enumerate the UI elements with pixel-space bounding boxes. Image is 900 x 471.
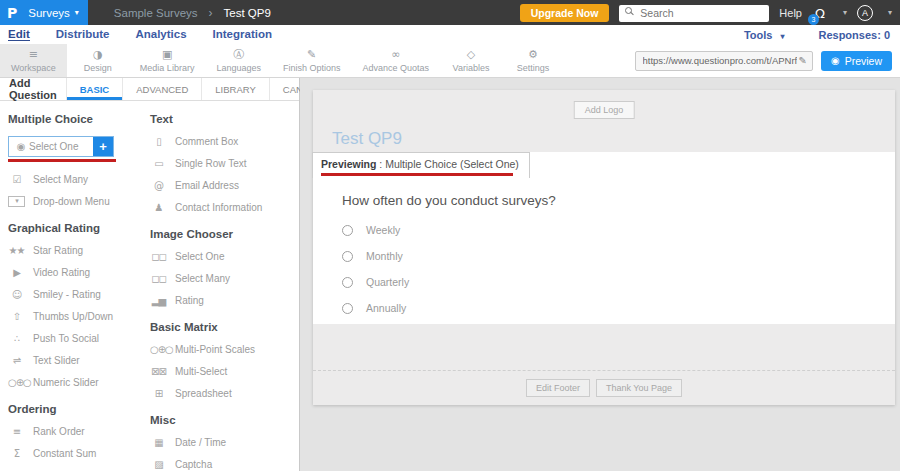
sigma-icon: Σ <box>8 448 25 459</box>
question-type-comment-box[interactable]: ▯ Comment Box <box>150 136 299 147</box>
section-text: Text <box>150 113 299 125</box>
survey-url-input[interactable] <box>641 54 799 67</box>
product-menu[interactable]: P Surveys ▾ <box>0 0 88 25</box>
question-type-multi-point-scales[interactable]: ○⊕○ Multi-Point Scales <box>150 344 299 355</box>
toolbar-design[interactable]: ◑ Design <box>67 44 129 77</box>
question-type-thumbs-up-down[interactable]: ⇧ Thumbs Up/Down <box>8 311 150 322</box>
option-weekly[interactable]: Weekly <box>342 224 895 236</box>
chevron-down-icon: ▾ <box>780 32 784 41</box>
breadcrumb-current: Test QP9 <box>224 7 271 19</box>
question-type-constant-sum[interactable]: Σ Constant Sum <box>8 448 150 459</box>
question-type-label: Numeric Slider <box>33 377 99 388</box>
nav-tab-analytics[interactable]: Analytics <box>135 28 186 41</box>
survey-preview-area: Add Logo Test QP9 Previewing : Multiple … <box>300 78 900 471</box>
toolbar-variables[interactable]: ◇ Variables <box>440 44 502 77</box>
notifications-button[interactable]: Ω 3 <box>812 4 828 22</box>
workspace-icon: ≡ <box>29 49 38 61</box>
add-logo-button[interactable]: Add Logo <box>574 101 635 119</box>
radio-icon[interactable] <box>342 303 353 314</box>
nav-tab-distribute[interactable]: Distribute <box>56 28 110 41</box>
question-type-star-rating[interactable]: ★★ Star Rating <box>8 245 150 256</box>
add-question-plus-button[interactable]: + <box>93 137 113 156</box>
video-icon: ▶ <box>8 267 25 278</box>
toolbar-label: Design <box>84 63 112 73</box>
option-label: Weekly <box>366 224 400 236</box>
question-type-label: Comment Box <box>175 136 238 147</box>
question-type-single-row-text[interactable]: ▭ Single Row Text <box>150 158 299 169</box>
slider-icon: ⇌ <box>8 355 25 366</box>
question-type-label: Push To Social <box>33 333 99 344</box>
calendar-clock-icon: ▦ <box>150 437 167 448</box>
tab-library[interactable]: LIBRARY <box>201 78 268 100</box>
question-text[interactable]: How often do you conduct surveys? <box>342 193 895 208</box>
question-type-multi-select[interactable]: ⊠⊠ Multi-Select <box>150 366 299 377</box>
section-multiple-choice: Multiple Choice <box>8 113 150 125</box>
search-input[interactable] <box>619 5 769 22</box>
toolbar-settings[interactable]: ⚙ Settings <box>502 44 564 77</box>
edit-footer-button[interactable]: Edit Footer <box>526 379 590 397</box>
chevron-down-icon[interactable]: ▾ <box>888 8 892 17</box>
tab-basic[interactable]: BASIC <box>66 78 123 100</box>
checkbox-stack-icon: ☑ <box>8 174 25 185</box>
question-type-spreadsheet[interactable]: ⊞ Spreadsheet <box>150 388 299 399</box>
question-type-rank-order[interactable]: ≡ Rank Order <box>8 426 150 437</box>
option-monthly[interactable]: Monthly <box>342 250 895 262</box>
section-image-chooser: Image Chooser <box>150 228 299 240</box>
question-type-select-many[interactable]: ☑ Select Many <box>8 174 150 185</box>
section-ordering: Ordering <box>8 403 150 415</box>
edit-url-icon[interactable]: ✎ <box>799 55 807 66</box>
questionpro-logo-icon: P <box>7 5 17 21</box>
question-type-image-rating[interactable]: ▂▅ Rating <box>150 295 299 306</box>
tab-advanced[interactable]: ADVANCED <box>122 78 201 100</box>
question-type-dropdown-menu[interactable]: ▾ Drop-down Menu <box>8 196 150 207</box>
question-type-email-address[interactable]: @ Email Address <box>150 180 299 191</box>
toolbar-languages[interactable]: Ⓐ Languages <box>205 44 272 77</box>
radio-icon[interactable] <box>342 277 353 288</box>
question-type-captcha[interactable]: ▨ Captcha <box>150 459 299 470</box>
upgrade-now-button[interactable]: Upgrade Now <box>520 4 610 22</box>
radio-icon[interactable] <box>342 251 353 262</box>
question-type-label: Video Rating <box>33 267 90 278</box>
chevron-down-icon[interactable]: ▾ <box>843 8 847 17</box>
preview-button[interactable]: ◉ Preview <box>821 51 892 71</box>
toolbar-workspace[interactable]: ≡ Workspace <box>0 44 67 77</box>
question-type-text-slider[interactable]: ⇌ Text Slider <box>8 355 150 366</box>
question-type-label: Text Slider <box>33 355 80 366</box>
nav-tab-integration[interactable]: Integration <box>213 28 272 41</box>
magic-wand-icon: ✎ <box>307 49 316 61</box>
search-box <box>619 3 769 22</box>
option-annually[interactable]: Annually <box>342 302 895 314</box>
toolbar-finish-options[interactable]: ✎ Finish Options <box>272 44 352 77</box>
question-type-image-select-many[interactable]: ◻◻ Select Many <box>150 273 299 284</box>
question-type-smiley-rating[interactable]: ☺ Smiley - Rating <box>8 289 150 300</box>
radio-icon[interactable] <box>342 225 353 236</box>
thank-you-page-button[interactable]: Thank You Page <box>596 379 682 397</box>
question-type-label: Rank Order <box>33 426 85 437</box>
captcha-icon: ▨ <box>150 459 167 470</box>
dropdown-icon: ▾ <box>8 196 25 207</box>
notification-badge: 3 <box>808 14 819 25</box>
toolbar-media-library[interactable]: ▣ Media Library <box>129 44 206 77</box>
question-type-contact-information[interactable]: ♟ Contact Information <box>150 202 299 213</box>
avatar[interactable]: A <box>857 5 873 21</box>
option-quarterly[interactable]: Quarterly <box>342 276 895 288</box>
question-type-numeric-slider[interactable]: ○⊕○ Numeric Slider <box>8 377 150 388</box>
nav-tab-edit[interactable]: Edit <box>8 28 30 41</box>
help-link[interactable]: Help <box>779 7 802 19</box>
question-type-push-to-social[interactable]: ∴ Push To Social <box>8 333 150 344</box>
at-sign-icon: @ <box>150 180 167 191</box>
tools-dropdown[interactable]: Tools ▾ <box>744 29 785 41</box>
question-type-select-one[interactable]: ◉ Select One + <box>8 136 114 157</box>
question-type-label: Star Rating <box>33 245 83 256</box>
responses-count[interactable]: Responses: 0 <box>818 29 890 41</box>
breadcrumb-parent[interactable]: Sample Surveys <box>114 7 198 19</box>
question-type-video-rating[interactable]: ▶ Video Rating <box>8 267 150 278</box>
survey-footer-band: Edit Footer Thank You Page <box>313 324 895 405</box>
image-pair-icon: ◻◻ <box>150 251 167 262</box>
toolbar-advance-quotas[interactable]: ∞ Advance Quotas <box>351 44 440 77</box>
comment-box-icon: ▯ <box>150 136 167 147</box>
question-type-image-select-one[interactable]: ◻◻ Select One <box>150 251 299 262</box>
question-type-date-time[interactable]: ▦ Date / Time <box>150 437 299 448</box>
gear-icon: ⚙ <box>528 49 538 61</box>
survey-title[interactable]: Test QP9 <box>332 129 402 149</box>
